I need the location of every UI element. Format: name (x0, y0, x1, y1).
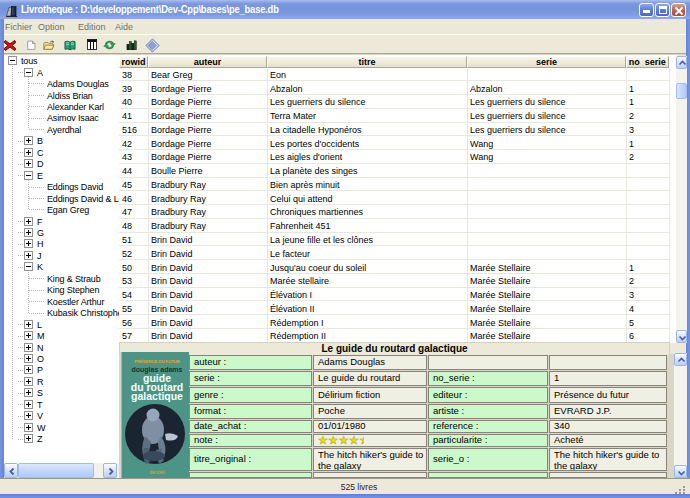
svg-text:denoël: denoël (149, 469, 164, 475)
svg-text:PRÉSENCE DU FUTUR: PRÉSENCE DU FUTUR (134, 359, 180, 364)
svg-text:galactique: galactique (131, 390, 183, 402)
